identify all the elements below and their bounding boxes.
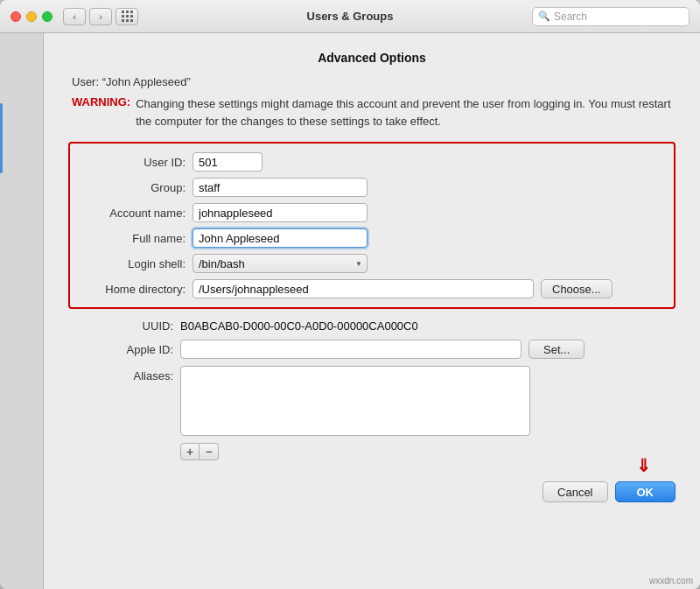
choose-button[interactable]: Choose... <box>541 279 612 298</box>
user-id-row: User ID: <box>80 152 663 172</box>
ok-button[interactable]: OK <box>615 481 676 502</box>
warning-box: WARNING: Changing these settings might d… <box>72 95 676 130</box>
main-content: Advanced Options User: “John Appleseed” … <box>44 33 700 589</box>
traffic-lights <box>10 11 52 22</box>
uuid-label: UUID: <box>68 319 173 333</box>
user-label: User: “John Appleseed” <box>72 75 676 88</box>
minimize-button[interactable] <box>26 11 37 22</box>
aliases-controls: + − <box>180 443 676 460</box>
grid-icon <box>122 11 133 22</box>
search-icon: 🔍 <box>538 11 550 22</box>
forward-button[interactable]: › <box>89 8 112 25</box>
titlebar: ‹ › Users & Groups 🔍 Search <box>0 0 700 33</box>
account-name-row: Account name: <box>80 203 663 222</box>
apple-id-label: Apple ID: <box>68 343 173 356</box>
arrow-down-icon: ⇓ <box>636 455 651 476</box>
full-name-input[interactable] <box>192 228 368 248</box>
aliases-row: Aliases: <box>68 366 676 436</box>
login-shell-select[interactable]: /bin/bash /bin/zsh /bin/sh /usr/bin/fals… <box>192 254 368 273</box>
remove-alias-button[interactable]: − <box>200 443 219 460</box>
account-name-label: Account name: <box>80 207 186 220</box>
main-window: ‹ › Users & Groups 🔍 Search Advanced Opt… <box>0 0 700 589</box>
sidebar-accent <box>0 103 3 173</box>
uuid-row: UUID: B0ABCAB0-D000-00C0-A0D0-00000CA000… <box>68 319 676 333</box>
cancel-button[interactable]: Cancel <box>542 481 607 502</box>
home-dir-container: Choose... <box>192 279 663 298</box>
window-title: Users & Groups <box>307 10 394 23</box>
login-shell-wrapper: /bin/bash /bin/zsh /bin/sh /usr/bin/fals… <box>192 254 368 273</box>
user-id-input[interactable] <box>192 152 262 172</box>
sidebar <box>0 33 44 589</box>
search-placeholder: Search <box>554 11 683 23</box>
warning-text: Changing these settings might damage thi… <box>136 95 676 130</box>
dialog-title: Advanced Options <box>68 51 676 65</box>
group-row: Group: <box>80 178 663 197</box>
account-name-input[interactable] <box>192 203 368 222</box>
group-label: Group: <box>80 181 186 194</box>
back-button[interactable]: ‹ <box>63 8 86 25</box>
apple-id-row: Apple ID: Set... <box>68 340 676 359</box>
search-box[interactable]: 🔍 Search <box>532 7 690 26</box>
full-name-row: Full name: <box>80 228 663 248</box>
group-input[interactable] <box>192 178 368 197</box>
login-shell-label: Login shell: <box>80 257 186 270</box>
nav-buttons: ‹ › <box>63 8 112 25</box>
red-border-section: User ID: Group: Account name: Full name: <box>68 142 676 309</box>
aliases-box[interactable] <box>180 366 530 436</box>
home-directory-row: Home directory: Choose... <box>80 279 663 298</box>
close-button[interactable] <box>10 11 21 22</box>
aliases-label: Aliases: <box>68 369 173 382</box>
full-name-label: Full name: <box>80 232 186 245</box>
login-shell-row: Login shell: /bin/bash /bin/zsh /bin/sh … <box>80 254 663 273</box>
apple-id-input[interactable] <box>180 340 522 359</box>
maximize-button[interactable] <box>42 11 52 22</box>
window-body: Advanced Options User: “John Appleseed” … <box>0 33 700 589</box>
bottom-buttons: ⇓ Cancel OK <box>68 474 676 502</box>
set-button[interactable]: Set... <box>528 340 584 359</box>
grid-view-button[interactable] <box>116 8 138 25</box>
watermark: wxxdn.com <box>649 576 693 585</box>
uuid-value: B0ABCAB0-D000-00C0-A0D0-00000CA000C0 <box>180 319 418 333</box>
warning-label: WARNING: <box>72 95 130 130</box>
home-directory-input[interactable] <box>192 279 534 298</box>
user-id-label: User ID: <box>80 156 186 169</box>
add-alias-button[interactable]: + <box>180 443 200 460</box>
home-directory-label: Home directory: <box>80 283 186 296</box>
